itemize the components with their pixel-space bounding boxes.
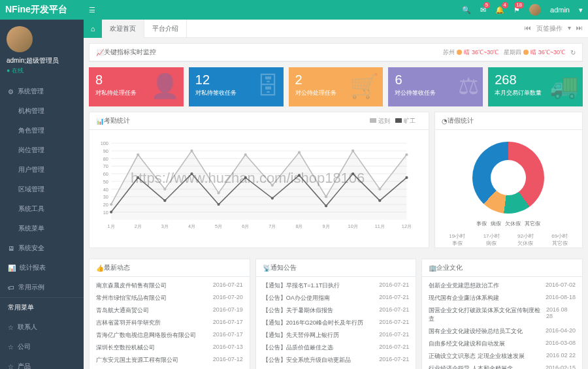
svg-text:70: 70 xyxy=(103,164,108,170)
nav-example[interactable]: 🏷常用示例 xyxy=(0,278,84,297)
list-item[interactable]: 广东安元国土资源工程有限公司2016-07-12 xyxy=(96,354,243,366)
svg-point-39 xyxy=(271,184,274,187)
list-item[interactable]: 青岛航大通商贸公司2016-07-19 xyxy=(96,304,243,317)
list-item[interactable]: 创新企业党建思想政治工作2016-07-02 xyxy=(429,280,576,292)
list-item[interactable]: 国营企业文化打破政策体系文化宣传制度检查2016 08 28 xyxy=(429,304,576,325)
svg-point-48 xyxy=(190,172,193,175)
nav-system[interactable]: ⚙系统管理 xyxy=(0,82,84,101)
list-item[interactable]: 正确设立文识形态 定现企业核速发展2016 02 22 xyxy=(429,350,576,362)
list-item[interactable]: 【通知】2016年G20峰会时长及年行历2016-07-21 xyxy=(263,317,410,329)
star-icon: ☆ xyxy=(8,324,14,331)
nav-org[interactable]: 机构管理 xyxy=(0,101,84,121)
star-icon: ☆ xyxy=(8,363,14,370)
flag-icon[interactable]: ⚑18 xyxy=(514,6,520,14)
svg-text:8月: 8月 xyxy=(295,223,302,229)
svg-point-41 xyxy=(325,195,327,198)
svg-point-44 xyxy=(405,153,408,156)
svg-text:60: 60 xyxy=(103,171,108,177)
list-item[interactable]: 行业经济企指导 人本和金精展念2016-02-15 xyxy=(429,362,576,369)
chevron-down-icon[interactable]: ▾ xyxy=(579,6,583,14)
svg-text:20: 20 xyxy=(103,202,108,208)
card-public-sign[interactable]: 6对公待签收任务⚖ xyxy=(388,67,483,106)
card-public-pending[interactable]: 2对公待处理任务🛒 xyxy=(289,67,384,106)
card-orders[interactable]: 268本月交易订单数量🚚 xyxy=(488,67,583,106)
bell-icon[interactable]: 🔔4 xyxy=(495,6,504,14)
nav-user[interactable]: 用户管理 xyxy=(0,160,84,180)
svg-text:80: 80 xyxy=(103,156,108,162)
svg-text:50: 50 xyxy=(103,179,108,185)
list-item[interactable]: 国有企业文化建设经验总结员工文化2016-04-20 xyxy=(429,325,576,338)
chart-line-icon: 📈 xyxy=(96,49,104,56)
list-item[interactable]: 深圳长空数控机械公司2016-07-13 xyxy=(96,342,243,354)
svg-point-43 xyxy=(378,187,381,190)
donut-chart xyxy=(472,142,544,214)
fav-contact[interactable]: ☆联系人 xyxy=(0,317,84,337)
tab-ops[interactable]: 页签操作 xyxy=(536,24,563,33)
avatar[interactable] xyxy=(529,4,541,16)
list-panel: 📡 通知公告【通知】早报名T=1.1T日执行2016-07-21【公告】OA办公… xyxy=(255,259,417,369)
list-item[interactable]: 【通知】先天暂停网上银行历2016-07-21 xyxy=(263,329,410,342)
list-item[interactable]: 【通知】早报名T=1.1T日执行2016-07-21 xyxy=(263,280,410,292)
tag-icon: 🏷 xyxy=(8,284,14,291)
list-item[interactable]: 【公告】朱文觉金莽打项目业绩2016-07-21 xyxy=(263,366,410,369)
tab-intro[interactable]: 平台介绍 xyxy=(144,20,187,38)
svg-point-56 xyxy=(405,176,408,179)
nav-area[interactable]: 区域管理 xyxy=(0,180,84,199)
card-private-pending[interactable]: 8对私待处理任务👤 xyxy=(89,67,184,106)
menu-toggle-icon[interactable]: ☰ xyxy=(84,6,101,14)
list-item[interactable]: 青海亿广数电视信息网络股份有限公司2016-07-17 xyxy=(96,329,243,342)
nav-position[interactable]: 岗位管理 xyxy=(0,140,84,160)
stat-cards: 8对私待处理任务👤 12对私待签收任务🗄 2对公待处理任务🛒 6对公待签收任务⚖… xyxy=(89,67,583,106)
svg-text:2月: 2月 xyxy=(135,223,142,229)
list-item[interactable]: 常州市绿怡宝纸品有限公司2016-07-20 xyxy=(96,292,243,304)
svg-point-42 xyxy=(351,150,354,152)
svg-point-47 xyxy=(163,199,166,202)
mail-icon[interactable]: ✉5 xyxy=(480,6,486,14)
refresh-icon[interactable]: ↻ xyxy=(570,49,576,56)
monitor-icon: 🖥 xyxy=(8,245,14,252)
tab-home-icon[interactable]: ⌂ xyxy=(84,20,102,38)
list-item[interactable]: 万众凡光土资源工程有限公司2016-07-21 xyxy=(96,366,243,369)
leave-pie-panel: ◔ 请假统计 事假 病假 欠休假 其它假 19小时事假 17小时病假 92小时 xyxy=(434,112,583,248)
tab-prev-icon[interactable]: ⏮ xyxy=(525,24,531,33)
avatar xyxy=(7,26,33,52)
gavel-icon: ⚖ xyxy=(458,72,479,100)
svg-point-46 xyxy=(137,176,139,179)
svg-point-52 xyxy=(298,174,301,176)
list-item[interactable]: 【公告】OA办公使用指南2016-07-21 xyxy=(263,292,410,304)
svg-text:3月: 3月 xyxy=(161,223,169,229)
nav-menu[interactable]: 系统菜单 xyxy=(0,219,84,238)
svg-text:4月: 4月 xyxy=(188,223,195,229)
list-panel: 🏢 企业文化创新企业党建思想政治工作2016-07-02现代国有企业廉洁体系构建… xyxy=(421,259,583,369)
list-item[interactable]: 南京森晨皮件销售有限公司2016-07-21 xyxy=(96,280,243,292)
list-item[interactable]: 【公告】关于暑期休假报告2016-07-21 xyxy=(263,304,410,317)
svg-point-49 xyxy=(218,203,220,206)
nav-security[interactable]: 🖥系统安全 xyxy=(0,238,84,258)
nav-role[interactable]: 角色管理 xyxy=(0,121,84,140)
card-private-sign[interactable]: 12对私待签收任务🗄 xyxy=(189,67,284,106)
tab-next-icon[interactable]: ⏭ xyxy=(576,24,583,33)
nav-tools[interactable]: 系统工具 xyxy=(0,199,84,219)
chart-icon: 📊 xyxy=(8,265,16,272)
svg-text:1月: 1月 xyxy=(108,223,115,229)
search-icon[interactable]: 🔍 xyxy=(462,6,471,14)
svg-text:30: 30 xyxy=(103,194,108,200)
svg-text:6月: 6月 xyxy=(242,223,249,229)
svg-text:5月: 5月 xyxy=(215,223,222,229)
tab-welcome[interactable]: 欢迎首页 xyxy=(102,20,144,38)
panel-title: 关键指标实时监控 xyxy=(104,48,156,57)
list-item[interactable]: 现代国有企业廉洁体系构建2016-08-18 xyxy=(429,292,576,304)
nav-report[interactable]: 📊统计报表 xyxy=(0,258,84,278)
svg-point-36 xyxy=(190,150,193,152)
list-item[interactable]: 【公告】品质价值最佳之选2016-07-21 xyxy=(263,342,410,354)
list-item[interactable]: 自由多经文化建设和自动发展2016-03-08 xyxy=(429,338,576,350)
fav-company[interactable]: ☆公司 xyxy=(0,337,84,357)
svg-point-51 xyxy=(271,197,274,200)
tabbar: ⌂ 欢迎首页 平台介绍 ⏮ 页签操作▾ ⏭ xyxy=(84,20,588,38)
username[interactable]: admin xyxy=(550,6,570,14)
list-item[interactable]: 吉林省蓝羽开科学研究所2016-07-17 xyxy=(96,317,243,329)
brand: NFine开发平台 xyxy=(5,4,84,16)
list-item[interactable]: 【公告】安全系统升级自动更新品2016-07-21 xyxy=(263,354,410,366)
fav-product[interactable]: ☆产品 xyxy=(0,357,84,369)
gear-icon: ⚙ xyxy=(8,88,14,95)
